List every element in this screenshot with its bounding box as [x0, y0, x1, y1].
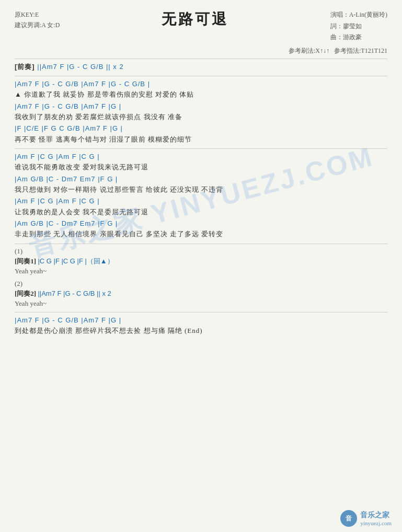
intro-chords: ||Am7 F |G - C G/B || x 2	[37, 63, 123, 71]
header-left: 原KEY:E 建议男调:A 女:D	[15, 9, 60, 43]
outro-section: |Am7 F |G - C G/B |Am7 F |G | 到处都是伤心崩溃 那…	[15, 316, 387, 336]
ref-section: 参考刷法:X↑↓↑ 参考指法:T121T121	[15, 47, 387, 55]
song-title: 无路可退	[60, 9, 330, 29]
header-title: 无路可退	[60, 9, 330, 43]
interlude2-yeah: Yeah yeah~	[15, 299, 387, 308]
intro-section: [前奏] ||Am7 F |G - C G/B || x 2	[15, 62, 387, 72]
header: 原KEY:E 建议男调:A 女:D 无路可退 演唱：A-Lin(黄丽玲) 詞：廖…	[15, 9, 387, 43]
fingering: 参考指法:T121T121	[334, 47, 387, 54]
footer-site: 音乐之家	[360, 511, 392, 520]
suggest-key: 建议男调:A 女:D	[15, 20, 60, 30]
ch-chord4: |Am G/B |C - Dm7 Em7 |F G |	[15, 219, 387, 228]
interlude1-label-text: [间奏1]	[15, 257, 36, 265]
header-right: 演唱：A-Lin(黄丽玲) 詞：廖莹如 曲：游政豪	[330, 9, 387, 43]
strumming: 参考刷法:X↑↓↑	[289, 47, 329, 54]
interlude2-section: (2) [间奏2] ||Am7 F |G - C G/B || x 2 Yeah…	[15, 280, 387, 308]
page: 原KEY:E 建议男调:A 女:D 无路可退 演唱：A-Lin(黄丽玲) 詞：廖…	[0, 0, 402, 532]
v1-lyric2: 我收到了朋友的劝 爱若腐烂就该停损点 我没有 准备	[15, 112, 387, 122]
divider-1	[15, 76, 387, 76]
outro-chords: |Am7 F |G - C G/B |Am7 F |G |	[15, 316, 387, 325]
v1-chord1: |Am7 F |G - C G/B |Am7 F |G - C G/B |	[15, 79, 387, 89]
v1-chord2: |Am7 F |G - C G/B |Am7 F |G |	[15, 102, 387, 111]
footer-url: yinyuezj.com	[360, 520, 392, 526]
footer-text: 音乐之家 yinyuezj.com	[360, 511, 392, 526]
v1-lyric1: ▲ 你道歉了我 就妥协 那是带着伤痕的安慰 对爱的 体贴	[15, 89, 387, 100]
interlude1-label: [间奏1] |C G |F |C G |F |（回▲）	[15, 257, 387, 266]
lyricist-label: 詞：廖莹如	[330, 21, 387, 32]
interlude2-chords: ||Am7 F |G - C G/B || x 2	[38, 290, 111, 297]
ch-lyric4: 非走到那些 无人相信境界 亲眼看见自己 多坚决 走了多远 爱转变	[15, 229, 387, 239]
ch-lyric1: 谁说我不能勇敢改变 爱对我来说无路可退	[15, 162, 387, 172]
v1-chord3: |F |C/E |F G C G/B |Am7 F |G |	[15, 124, 387, 133]
interlude2-label-text: [间奏2]	[15, 290, 36, 297]
paren2: (2)	[15, 280, 387, 288]
outro-lyrics: 到处都是伤心崩溃 那些碎片我不想去捡 想与痛 隔绝 (End)	[15, 326, 387, 336]
interlude1-yeah: Yeah yeah~	[15, 267, 387, 275]
ch-chord1: |Am F |C G |Am F |C G |	[15, 152, 387, 161]
ch-chord3: |Am F |C G |Am F |C G |	[15, 196, 387, 206]
divider-4	[15, 312, 387, 313]
interlude1-chords: |C G |F |C G |F |（回▲）	[38, 257, 113, 265]
footer: 音 音乐之家 yinyuezj.com	[340, 510, 392, 527]
v1-lyric3: 再不要 怪罪 逃离每个错与对 泪湿了眼前 模糊爱的细节	[15, 134, 387, 145]
paren1: (1)	[15, 247, 387, 256]
divider-2	[15, 148, 387, 149]
interlude1-section: (1) [间奏1] |C G |F |C G |F |（回▲） Yeah yea…	[15, 247, 387, 275]
ch-chord2: |Am G/B |C - Dm7 Em7 |F G |	[15, 175, 387, 184]
composer-label: 曲：游政豪	[330, 32, 387, 43]
divider-top	[15, 59, 387, 59]
logo-icon: 音	[340, 510, 357, 527]
verse1-section: |Am7 F |G - C G/B |Am7 F |G - C G/B | ▲ …	[15, 79, 387, 144]
intro-label: [前奏]	[15, 63, 35, 71]
footer-logo: 音 音乐之家 yinyuezj.com	[340, 510, 392, 527]
key-info: 原KEY:E	[15, 9, 60, 20]
interlude2-label: [间奏2] ||Am7 F |G - C G/B || x 2	[15, 289, 387, 298]
ch-lyric3: 让我勇敢的是人会变 我不是委屈无路可退	[15, 207, 387, 217]
ch-lyric2: 我只想做到 对你一样期待 说过那些誓言 给彼此 还没实现 不违背	[15, 184, 387, 195]
chorus-section: |Am F |C G |Am F |C G | 谁说我不能勇敢改变 爱对我来说无…	[15, 152, 387, 239]
singer-label: 演唱：A-Lin(黄丽玲)	[330, 9, 387, 21]
intro-line: [前奏] ||Am7 F |G - C G/B || x 2	[15, 62, 387, 72]
divider-3	[15, 244, 387, 244]
